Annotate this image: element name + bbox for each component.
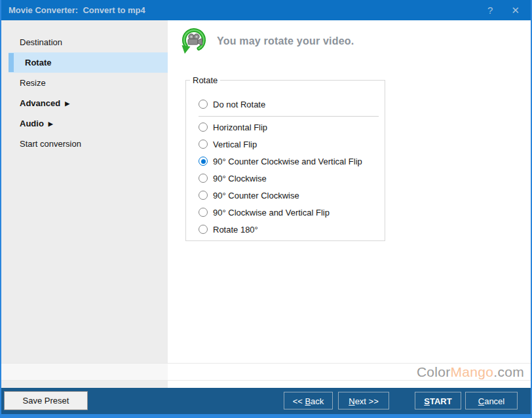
radio-vertical-flip[interactable]: Vertical Flip [186,136,385,153]
radio-icon[interactable] [199,174,208,183]
footer-bar: Save Preset << Back Next >> START Cancel [1,388,531,414]
sidebar-item-label: Destination [20,37,62,47]
sidebar-item-destination[interactable]: Destination [9,32,168,52]
radio-icon[interactable] [199,140,208,149]
titlebar-controls: ? ✕ [487,5,531,15]
movie-converter-dialog: Movie Converter: Convert to mp4 ? ✕ Dest… [0,0,532,418]
close-icon[interactable]: ✕ [511,5,520,15]
sidebar-item-label: Start conversion [20,139,81,149]
sidebar-item-audio[interactable]: Audio▶ [9,113,168,134]
cancel-button[interactable]: Cancel [465,392,518,409]
radio-90-clockwise[interactable]: 90° Clockwise [186,170,385,187]
start-button[interactable]: START [415,392,461,409]
sidebar-item-start-conversion[interactable]: Start conversion [9,134,168,154]
radio-icon[interactable] [199,208,208,217]
radio-icon[interactable] [199,157,208,166]
sidebar-item-label: Resize [20,78,46,88]
next-button[interactable]: Next >> [338,392,389,409]
radio-icon[interactable] [199,100,208,109]
watermark-text: ColorMango.com [417,364,524,380]
options-divider [199,116,379,117]
page-header: You may rotate your video. [180,27,354,56]
title-bar: Movie Converter: Convert to mp4 ? ✕ [1,0,531,20]
sidebar-item-rotate[interactable]: Rotate [9,52,168,73]
radio-rotate-180[interactable]: Rotate 180° [186,221,385,238]
rotate-video-icon [180,27,208,56]
sidebar-item-label: Advanced [20,98,60,108]
rotate-groupbox: Rotate Do not Rotate Horizontal Flip Ver… [185,80,385,241]
radio-icon[interactable] [199,123,208,132]
back-button[interactable]: << Back [284,392,333,409]
radio-90-ccw-vertical-flip[interactable]: 90° Counter Clockwise and Vertical Flip [186,153,385,170]
window-title: Movie Converter: Convert to mp4 [1,5,145,15]
sidebar-item-label: Audio [20,119,44,128]
sidebar-item-label: Rotate [20,52,51,73]
radio-90-cw-vertical-flip[interactable]: 90° Clockwise and Vertical Flip [186,204,385,221]
groupbox-label: Rotate [190,75,220,85]
page-title: You may rotate your video. [217,35,354,47]
radio-90-counter-clockwise[interactable]: 90° Counter Clockwise [186,187,385,204]
radio-horizontal-flip[interactable]: Horizontal Flip [186,119,385,136]
rotate-options: Do not Rotate Horizontal Flip Vertical F… [186,81,385,238]
watermark-strip: ColorMango.com [1,363,531,381]
radio-icon[interactable] [199,191,208,200]
chevron-right-icon: ▶ [48,121,53,127]
radio-do-not-rotate[interactable]: Do not Rotate [186,96,385,113]
sidebar-item-advanced[interactable]: Advanced▶ [9,93,168,113]
sidebar-item-resize[interactable]: Resize [9,73,168,93]
save-preset-button[interactable]: Save Preset [4,391,88,410]
window-bottom-border [1,414,531,418]
sidebar: Destination Rotate Resize Advanced▶ Audi… [1,20,168,388]
chevron-right-icon: ▶ [65,100,69,107]
radio-icon[interactable] [199,225,208,234]
help-icon[interactable]: ? [487,5,493,15]
